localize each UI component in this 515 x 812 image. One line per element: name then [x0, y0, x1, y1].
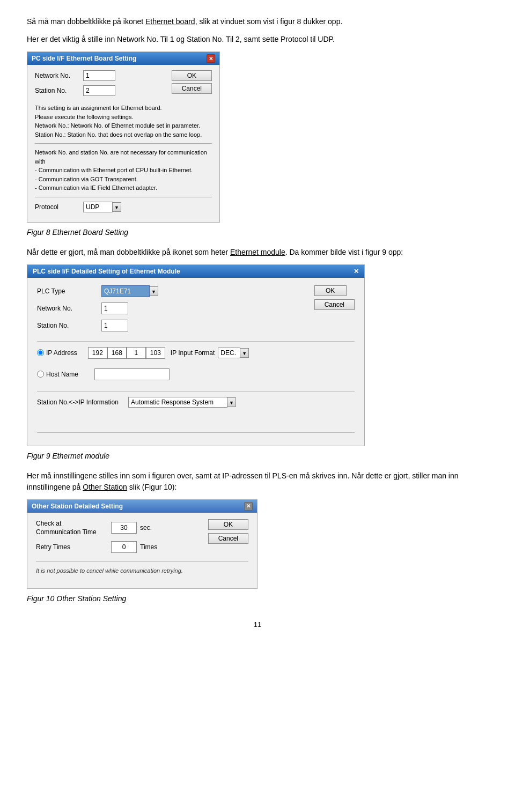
- fig8-protocol-dropdown-arrow[interactable]: ▼: [113, 202, 121, 212]
- fig9-ok-cancel: OK Cancel: [314, 285, 355, 310]
- fig10-close-button[interactable]: ✕: [244, 502, 253, 511]
- fig8-protocol-input[interactable]: [83, 202, 113, 212]
- fig9-top-section: PLC Type ▼ Network No. Station No.: [37, 285, 355, 337]
- other-station-link[interactable]: Other Station: [83, 483, 127, 491]
- fig9-network-input[interactable]: [101, 302, 128, 314]
- fig9-network-label: Network No.: [37, 305, 101, 312]
- fig9-ip-radio[interactable]: [37, 349, 44, 356]
- fig9-station-ip-input[interactable]: [128, 397, 227, 408]
- fig9-hostname-radio-option[interactable]: Host Name: [37, 371, 78, 378]
- fig9-ip-format-arrow[interactable]: ▼: [240, 348, 249, 358]
- ethernet-board-link[interactable]: Ethernet board: [145, 17, 195, 26]
- fig10-title-bar: Other Station Detailed Setting ✕: [27, 500, 257, 513]
- fig8-station-label: Station No.: [35, 87, 83, 94]
- fig9-divider2: [37, 391, 355, 392]
- fig8-ok-cancel: OK Cancel: [172, 70, 212, 94]
- fig10-check-label: Check atCommunication Time: [36, 519, 111, 537]
- fig8-network-label: Network No.: [35, 72, 83, 79]
- fig9-ip-format-label: IP Input Format: [171, 349, 215, 357]
- fig9-station-label: Station No.: [37, 322, 101, 329]
- fig9-ip-oct3[interactable]: [127, 347, 146, 359]
- fig9-hostname-radio[interactable]: [37, 371, 44, 378]
- fig9-title: PLC side I/F Detailed Setting of Etherne…: [33, 268, 180, 275]
- fig10-fields: Check atCommunication Time sec. Retry Ti…: [36, 519, 157, 558]
- fig8-title-bar: PC side I/F Ethernet Board Setting ✕: [27, 52, 219, 65]
- fig9-fields: PLC Type ▼ Network No. Station No.: [37, 285, 314, 337]
- fig8-info-text: This setting is an assignment for Ethern…: [35, 104, 212, 139]
- fig8-protocol-label: Protocol: [35, 203, 83, 211]
- fig10-retry-unit: Times: [140, 543, 157, 551]
- fig9-station-input[interactable]: [101, 320, 128, 331]
- intro-paragraph: Så må man dobbeltklikke på ikonet Ethern…: [27, 16, 488, 27]
- fig9-ip-radio-option[interactable]: IP Address: [37, 349, 77, 357]
- fig8-title: PC side I/F Ethernet Board Setting: [32, 55, 136, 62]
- fig9-ip-radio-row: IP Address IP Input Format ▼: [37, 347, 355, 359]
- fig9-ip-section: IP Address IP Input Format ▼: [37, 347, 355, 386]
- fig9-plctype-input[interactable]: [101, 285, 150, 297]
- fig9-ip-label: IP Address: [46, 349, 77, 357]
- fig9-ip-oct4[interactable]: [146, 347, 165, 359]
- fig8-caption: Figur 8 Ethernet Board Setting: [27, 227, 488, 238]
- fig9-ok-button[interactable]: OK: [314, 285, 347, 296]
- fig9-close-button[interactable]: ✕: [354, 268, 359, 275]
- fig9-dialog: PLC side I/F Detailed Setting of Etherne…: [27, 264, 365, 446]
- fig10-ok-button[interactable]: OK: [208, 519, 248, 530]
- fig9-ip-format-input[interactable]: [218, 348, 240, 358]
- fig9-plctype-label: PLC Type: [37, 287, 101, 295]
- fig9-plctype-dropdown-arrow[interactable]: ▼: [150, 286, 158, 296]
- fig8-ok-button[interactable]: OK: [172, 70, 212, 81]
- fig9-bottom-spacer: [37, 413, 355, 429]
- fig9-station-row: Station No.: [37, 320, 314, 331]
- fig9-station-ip-label: Station No.<->IP Information: [37, 398, 128, 406]
- fig10-intro-para: Her må innstillingene stilles inn som i …: [27, 470, 488, 493]
- fig9-plctype-row: PLC Type ▼: [37, 285, 314, 297]
- fig10-check-unit: sec.: [140, 524, 152, 532]
- fig10-body: Check atCommunication Time sec. Retry Ti…: [27, 513, 257, 588]
- fig10-dialog: Other Station Detailed Setting ✕ Check a…: [27, 499, 258, 589]
- fig9-cancel-button[interactable]: Cancel: [314, 299, 355, 310]
- intro-text-2: , slik at vinduet som vist i figur 8 duk…: [195, 17, 343, 26]
- fig10-check-row: Check atCommunication Time sec.: [36, 519, 157, 537]
- fig10-retry-label: Retry Times: [36, 543, 111, 552]
- fig9-divider1: [37, 341, 355, 342]
- ethernet-module-link[interactable]: Ethernet module: [230, 248, 285, 256]
- fig10-cancel-button[interactable]: Cancel: [208, 533, 248, 544]
- fig10-retry-input[interactable]: [111, 541, 137, 553]
- fig8-protocol-row: Protocol ▼: [35, 202, 212, 212]
- fig9-station-ip-row: Station No.<->IP Information ▼: [37, 397, 355, 408]
- fig8-body: Network No. Station No. OK Cancel This s…: [27, 65, 219, 222]
- fig8-close-button[interactable]: ✕: [207, 54, 215, 63]
- fig9-station-ip-combo[interactable]: ▼: [128, 397, 236, 408]
- fig9-caption: Figur 9 Ethermet module: [27, 451, 488, 462]
- fig8-network-row: Network No.: [35, 70, 161, 81]
- fig8-network-input[interactable]: [83, 70, 115, 81]
- fig9-station-ip-arrow[interactable]: ▼: [227, 397, 236, 407]
- fig9-intro-text-2: . Da kommer bilde vist i figur 9 opp:: [285, 248, 403, 256]
- fig10-caption: Figur 10 Other Station Setting: [27, 593, 488, 604]
- fig9-hostname-input[interactable]: [94, 368, 170, 380]
- fig10-separator: [36, 562, 248, 562]
- fig10-main-section: Check atCommunication Time sec. Retry Ti…: [36, 519, 248, 558]
- fig8-station-input[interactable]: [83, 85, 115, 96]
- fig10-ok-cancel: OK Cancel: [208, 519, 248, 544]
- fig8-station-row: Station No.: [35, 85, 161, 96]
- fig9-plctype-combo[interactable]: ▼: [101, 285, 158, 297]
- fig10-wrapper: Other Station Detailed Setting ✕ Check a…: [27, 499, 488, 589]
- fig9-address-group: IP Address IP Input Format ▼: [37, 347, 355, 386]
- fig9-ip-oct1[interactable]: [88, 347, 107, 359]
- fig9-ip-format-combo[interactable]: ▼: [218, 348, 249, 358]
- fig10-check-input[interactable]: [111, 522, 137, 534]
- fig9-body: PLC Type ▼ Network No. Station No.: [27, 278, 364, 446]
- fig10-retry-row: Retry Times Times: [36, 541, 157, 553]
- fig10-intro-text-2: slik (Figur 10):: [127, 483, 177, 491]
- fig8-dialog: PC side I/F Ethernet Board Setting ✕ Net…: [27, 51, 220, 223]
- fig9-hostname-row: Host Name: [37, 368, 355, 380]
- fig9-ip-oct2[interactable]: [107, 347, 127, 359]
- fig10-note: It is not possible to cancel while commu…: [36, 566, 248, 575]
- fig8-info-text2: Network No. and station No. are not nece…: [35, 148, 212, 193]
- fig10-title: Other Station Detailed Setting: [32, 503, 123, 510]
- intro-text-1: Så må man dobbeltklikke på ikonet: [27, 17, 145, 26]
- fig8-protocol-combo[interactable]: ▼: [83, 202, 121, 212]
- fig8-cancel-button[interactable]: Cancel: [172, 83, 212, 94]
- fig9-ip-inputs: [88, 347, 165, 359]
